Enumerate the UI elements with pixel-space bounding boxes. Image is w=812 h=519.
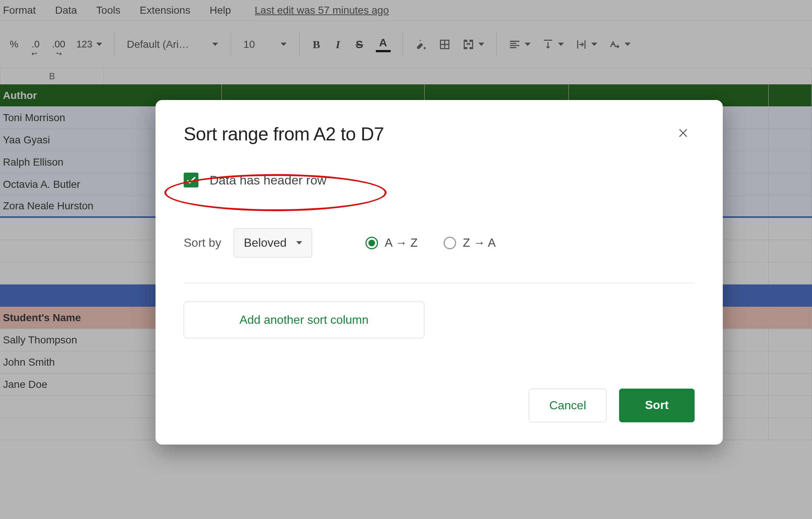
menu-tools[interactable]: Tools	[93, 2, 123, 19]
text-color-label: A	[379, 36, 387, 49]
format-percent-button[interactable]: %	[5, 33, 23, 56]
check-icon	[186, 174, 197, 186]
paint-bucket-icon	[415, 38, 427, 51]
column-headers: B	[0, 68, 812, 84]
close-button[interactable]	[673, 122, 695, 146]
text-rotation-button[interactable]	[605, 33, 634, 56]
text-color-button[interactable]: A	[372, 33, 394, 56]
menu-format[interactable]: Format	[0, 2, 39, 19]
sort-za-radio[interactable]: Z → A	[444, 236, 496, 250]
borders-icon	[438, 38, 451, 51]
italic-button[interactable]: I	[329, 33, 347, 56]
align-bottom-icon	[542, 38, 554, 51]
align-left-icon	[508, 38, 521, 51]
vertical-align-button[interactable]	[538, 33, 568, 56]
decrease-decimal-label: .0	[31, 39, 40, 50]
header-row-checkbox[interactable]	[184, 173, 198, 187]
horizontal-align-button[interactable]	[505, 33, 534, 56]
increase-decimal-button[interactable]: .00 ↪	[48, 33, 69, 56]
separator	[496, 32, 497, 57]
sort-column-dropdown[interactable]: Beloved	[234, 228, 312, 257]
text-rotation-icon	[608, 38, 621, 51]
menu-extensions[interactable]: Extensions	[137, 2, 193, 19]
chevron-down-icon	[296, 241, 302, 244]
strikethrough-button[interactable]: S	[351, 33, 368, 56]
increase-decimal-label: .00	[52, 39, 65, 50]
number-format-label: 123	[76, 39, 92, 50]
close-icon	[678, 127, 690, 139]
chevron-down-icon	[625, 43, 631, 46]
borders-button[interactable]	[435, 33, 455, 56]
font-family-label: Default (Ari…	[127, 39, 189, 50]
divider	[184, 283, 695, 283]
col-header-rest[interactable]	[104, 68, 812, 84]
cancel-button[interactable]: Cancel	[529, 389, 607, 422]
header-row-label: Data has header row	[210, 173, 327, 187]
radio-checked-icon	[365, 237, 378, 249]
dialog-actions: Cancel Sort	[184, 389, 695, 430]
menu-help[interactable]: Help	[207, 2, 234, 19]
font-size-label: 10	[244, 39, 255, 50]
text-wrap-button[interactable]	[571, 33, 601, 56]
chevron-down-icon	[558, 43, 564, 46]
sort-range-dialog: Sort range from A2 to D7 Data has header…	[156, 100, 723, 445]
chevron-down-icon	[525, 43, 531, 46]
sort-column-value: Beloved	[244, 236, 287, 250]
col-header-b[interactable]: B	[0, 68, 104, 84]
separator	[231, 32, 231, 57]
sort-za-label: Z → A	[463, 236, 496, 250]
sort-criteria-row: Sort by Beloved A → Z Z → A	[184, 228, 695, 257]
menu-data[interactable]: Data	[52, 2, 80, 19]
bold-button[interactable]: B	[308, 33, 325, 56]
data-has-header-option[interactable]: Data has header row	[184, 173, 695, 187]
font-family-select[interactable]: Default (Ari…	[123, 36, 223, 53]
merge-icon	[462, 38, 475, 51]
chevron-down-icon	[96, 43, 102, 46]
merge-cells-button[interactable]	[458, 33, 488, 56]
sort-button[interactable]: Sort	[619, 389, 695, 422]
text-color-swatch	[376, 50, 391, 52]
last-edit-link[interactable]: Last edit was 57 minutes ago	[255, 4, 389, 16]
chevron-down-icon	[281, 43, 287, 46]
wrap-icon	[575, 38, 588, 51]
chevron-down-icon	[478, 43, 484, 46]
radio-unchecked-icon	[444, 237, 456, 249]
sort-az-label: A → Z	[385, 236, 418, 250]
sort-by-label: Sort by	[184, 236, 221, 250]
sort-az-radio[interactable]: A → Z	[365, 236, 418, 250]
chevron-down-icon	[212, 43, 218, 46]
separator	[299, 32, 300, 57]
add-sort-column-button[interactable]: Add another sort column	[184, 302, 424, 338]
separator	[114, 32, 114, 57]
number-format-button[interactable]: 123	[73, 33, 106, 56]
dialog-title: Sort range from A2 to D7	[184, 123, 384, 145]
toolbar: % .0 ↩ .00 ↪ 123 Default (Ari… 10 B I S …	[0, 21, 812, 68]
fill-color-button[interactable]	[411, 33, 431, 56]
chevron-down-icon	[591, 43, 597, 46]
decrease-decimal-button[interactable]: .0 ↩	[27, 33, 44, 56]
separator	[402, 32, 403, 57]
menu-bar: Format Data Tools Extensions Help Last e…	[0, 0, 812, 21]
font-size-select[interactable]: 10	[239, 36, 291, 53]
